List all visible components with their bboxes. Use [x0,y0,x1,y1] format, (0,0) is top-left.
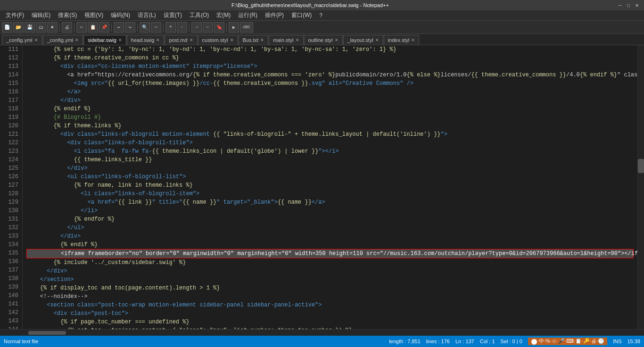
tab-label: Bus.txt [243,37,259,43]
code-line: <!--noindex--> [26,292,634,301]
line-number: 135 [4,249,18,257]
close-button[interactable]: ✕ [634,2,640,8]
line-number: 118 [4,105,18,113]
toolbar-replace[interactable]: ↔ [151,22,161,33]
toolbar-outdent[interactable]: ← [203,22,213,33]
code-line: {{ theme.links_title }} [26,156,634,164]
tab-layout[interactable]: _layout.styl ✕ [343,35,383,45]
status-type: Normal text file [4,339,38,344]
line-number: 111 [4,45,18,54]
line-number: 127 [4,181,18,190]
menu-help[interactable]: ? [315,11,326,20]
toolbar-zoom-out[interactable]: - [177,22,187,33]
toolbar-copy[interactable]: 📋 [88,22,98,33]
toolbar-new[interactable]: 📄 [2,22,12,33]
tab-close-icon[interactable]: ✕ [335,38,339,42]
menu-edit[interactable]: 编辑(E) [28,10,54,20]
tab-sidebar[interactable]: sidebar.swig ✕ [83,35,126,45]
svg-point-0 [531,339,537,345]
toolbar-sep-7 [226,23,227,32]
menu-view[interactable]: 视图(V) [81,10,107,20]
menu-window[interactable]: 窗口(W) [288,10,315,20]
menu-encode[interactable]: 编码(N) [107,10,134,20]
tab-label: sidebar.swig [88,37,116,43]
tab-outline[interactable]: outline.styl ✕ [304,35,343,45]
toolbar-find[interactable]: 🔍 [140,22,150,33]
tab-post[interactable]: post.md ✕ [165,35,197,45]
code-area[interactable]: {% set cc = {'by': 1, 'by-nc': 1, 'by-nd… [23,45,637,329]
menu-file[interactable]: 文件(F) [2,10,28,20]
toolbar: 📄 📂 💾 🗂 ✖ 🖨 ✂ 📋 📌 ↩ ↪ 🔍 ↔ + - → ← 🔖 ▶ AB… [0,21,644,34]
code-line: </div> [26,267,634,275]
line-number: 121 [4,130,18,139]
toolbar-indent[interactable]: → [191,22,202,33]
tab-index[interactable]: index.styl ✕ [384,35,420,45]
code-line: <div class="cc-license motion-element" i… [26,62,634,71]
code-line: <section class="post-toc-wrap motion-ele… [26,301,634,309]
tab-custom[interactable]: custom.styl ✕ [198,35,238,45]
maximize-button[interactable]: □ [625,2,632,8]
menu-tools[interactable]: 工具(O) [186,10,213,20]
line-number: 131 [4,215,18,223]
toolbar-zoom-in[interactable]: + [165,22,176,33]
code-line: <div class="links-of-blogroll-title"> [26,139,634,147]
tab-config1[interactable]: _config.yml ✕ [2,35,42,45]
tab-label: _config.yml [47,37,74,43]
menu-search[interactable]: 搜索(S) [54,10,81,20]
toolbar-abc[interactable]: ABC [240,22,253,33]
code-line: {% set toc = toc(page.content, { "class"… [26,326,634,329]
menu-lang[interactable]: 语言(L) [134,10,160,20]
code-line: {% include '../_custom/sidebar.swig' %} [26,258,634,267]
tab-close-icon[interactable]: ✕ [260,38,264,42]
tab-close-icon[interactable]: ✕ [411,38,415,42]
toolbar-saveall[interactable]: 🗂 [36,22,46,33]
tab-close-icon[interactable]: ✕ [190,38,193,42]
right-scrollbar[interactable] [637,45,644,329]
tab-config2[interactable]: _config.yml ✕ [43,35,83,45]
tab-close-icon[interactable]: ✕ [230,38,234,42]
status-length: length : 7,851 [389,339,421,344]
toolbar-close[interactable]: ✖ [47,22,58,33]
menu-plugins[interactable]: 插件(P) [261,10,288,20]
code-line: <a href="{{ link }}" title="{{ name }}" … [26,198,634,207]
status-sel: Sel : 0 | 0 [501,339,522,344]
toolbar-save[interactable]: 💾 [25,22,35,33]
tab-label: main.styl [273,37,293,43]
menu-macro[interactable]: 宏(M) [213,10,234,20]
code-line: <li class="links-of-blogroll-item"> [26,190,634,198]
toolbar-run[interactable]: ▶ [229,22,239,33]
code-line: {% endif %} [26,105,634,113]
toolbar-cut[interactable]: ✂ [76,22,87,33]
tab-label: _config.yml [6,37,33,43]
code-line: <i class="fa fa-fw fa-{{ theme.links_ico… [26,147,634,156]
line-number: 141 [4,300,18,308]
toolbar-undo[interactable]: ↩ [114,22,124,33]
tab-close-icon[interactable]: ✕ [156,38,160,42]
menu-run[interactable]: 运行(R) [234,10,261,20]
tab-close-icon[interactable]: ✕ [375,38,379,42]
toolbar-print[interactable]: 🖨 [62,22,72,33]
tab-close-icon[interactable]: ✕ [75,38,79,42]
window-controls[interactable]: ─ □ ✕ [617,2,640,8]
toolbar-open[interactable]: 📂 [13,22,24,33]
toolbar-bookmark[interactable]: 🔖 [214,22,224,33]
line-number: 130 [4,207,18,215]
toolbar-sep-2 [74,23,74,32]
code-line: {% if page.toc_number === undefined %} [26,318,634,326]
line-number: 144 [4,325,18,329]
toolbar-sep-4 [137,23,138,32]
tab-close-icon[interactable]: ✕ [296,38,299,42]
toolbar-redo[interactable]: ↪ [125,22,135,33]
menu-settings[interactable]: 设置(T) [160,10,186,20]
line-number: 140 [4,291,18,300]
toolbar-paste[interactable]: 📌 [99,22,109,33]
tab-label: post.md [169,37,187,43]
status-right: length : 7,851 lines : 176 Ln : 137 Col … [389,338,640,345]
minimize-button[interactable]: ─ [617,2,623,8]
tab-bus[interactable]: Bus.txt ✕ [239,35,269,45]
status-ln: Ln : 137 [455,339,474,344]
tab-head[interactable]: head.swig ✕ [127,35,165,45]
tab-close-icon[interactable]: ✕ [118,38,122,42]
tab-close-icon[interactable]: ✕ [34,38,38,42]
tab-main[interactable]: main.styl ✕ [269,35,303,45]
